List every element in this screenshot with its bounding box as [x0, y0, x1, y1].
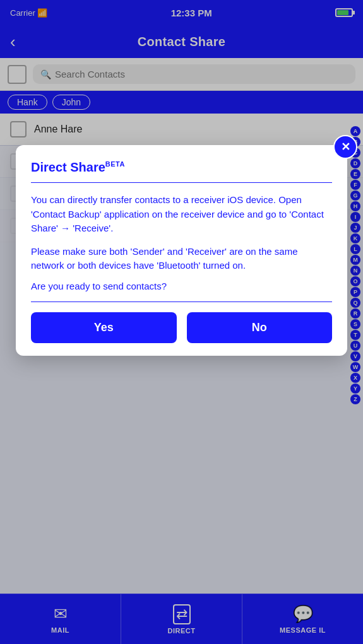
modal-body: You can directly transfer contacts to a … — [31, 193, 332, 273]
no-button[interactable]: No — [187, 312, 333, 343]
modal-buttons: Yes No — [31, 312, 332, 343]
modal-beta-badge: BETA — [105, 160, 125, 168]
modal-title: Direct ShareBETA — [31, 160, 332, 175]
yes-button[interactable]: Yes — [31, 312, 177, 343]
modal-divider-bottom — [31, 302, 332, 302]
direct-share-modal: ✕ Direct ShareBETA You can directly tran… — [16, 145, 347, 356]
modal-para2: Please make sure both 'Sender' and 'Rece… — [31, 245, 332, 273]
modal-close-button[interactable]: ✕ — [333, 135, 357, 159]
modal-question: Are you ready to send contacts? — [31, 281, 332, 291]
modal-para1: You can directly transfer contacts to a … — [31, 193, 332, 236]
modal-divider-top — [31, 182, 332, 183]
